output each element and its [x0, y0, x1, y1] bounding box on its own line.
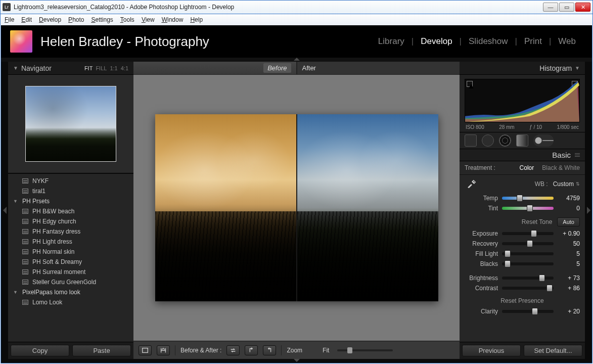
image-canvas[interactable]	[133, 75, 460, 341]
nav-zoom-1to1[interactable]: 1:1	[110, 65, 117, 71]
crop-tool-icon[interactable]	[465, 134, 477, 147]
loupe-view-button[interactable]	[139, 345, 152, 355]
menu-settings[interactable]: Settings	[91, 16, 113, 23]
preset-icon	[22, 239, 28, 244]
right-panel-toggle[interactable]	[585, 62, 592, 359]
menu-develop[interactable]: Develop	[39, 16, 61, 23]
redeye-tool-icon[interactable]	[499, 134, 511, 147]
preset-label: NYKF	[32, 177, 49, 185]
nav-zoom-fit[interactable]: FIT	[84, 65, 93, 71]
window-maximize-button[interactable]: ▭	[559, 3, 574, 12]
clarity-value[interactable]: + 20	[558, 308, 580, 315]
paste-button[interactable]: Paste	[72, 345, 131, 356]
histogram[interactable]: ▲ ▲	[465, 79, 580, 122]
preset-label: PH Fantasy dress	[32, 228, 80, 235]
exposure-value[interactable]: + 0.90	[558, 230, 580, 237]
recovery-slider[interactable]	[502, 242, 554, 245]
treatment-label: Treatment :	[465, 164, 495, 171]
reset-tone-label[interactable]: Reset Tone	[522, 218, 553, 225]
preset-item[interactable]: PH Surreal moment	[8, 267, 133, 277]
nav-zoom-fill[interactable]: FILL	[96, 65, 107, 71]
tint-slider[interactable]	[502, 207, 554, 210]
gradient-tool-icon[interactable]	[516, 134, 528, 147]
preset-item[interactable]: PH Normal skin	[8, 247, 133, 257]
contrast-slider[interactable]	[502, 287, 554, 290]
navigator-thumbnail	[25, 86, 116, 162]
menu-help[interactable]: Help	[190, 16, 203, 23]
menu-photo[interactable]: Photo	[68, 16, 84, 23]
menu-view[interactable]: View	[142, 16, 155, 23]
navigator-header[interactable]: ▼ Navigator FIT FILL 1:1 4:1	[8, 62, 133, 75]
top-panel-toggle-icon[interactable]	[294, 58, 300, 61]
histogram-header[interactable]: Histogram▼	[460, 62, 585, 75]
preset-item[interactable]: Steller Guru GreenGold	[8, 277, 133, 287]
menu-tools[interactable]: Tools	[120, 16, 134, 23]
copy-button[interactable]: Copy	[11, 345, 69, 356]
navigator-preview[interactable]	[8, 75, 133, 173]
preset-icon	[22, 249, 28, 254]
copy-after-button[interactable]	[263, 345, 276, 355]
clarity-label: Clarity	[465, 308, 498, 315]
temp-label: Temp	[465, 195, 498, 202]
left-panel-toggle[interactable]	[1, 62, 8, 359]
recovery-value[interactable]: 50	[558, 240, 580, 247]
module-web[interactable]: Web	[551, 36, 583, 47]
swap-ba-button[interactable]	[226, 345, 240, 355]
clarity-slider[interactable]	[502, 310, 554, 313]
reset-presence-label[interactable]: Reset Presence	[500, 297, 543, 304]
wb-dropdown[interactable]: Custom⇅	[553, 180, 580, 188]
disclose-icon: ▼	[13, 65, 18, 71]
eyedropper-icon[interactable]	[465, 177, 479, 191]
set-default-button[interactable]: Set Default...	[524, 345, 582, 356]
auto-tone-button[interactable]: Auto	[557, 217, 580, 226]
exposure-slider[interactable]	[502, 232, 554, 235]
preset-folder-label: PH Prsets	[22, 198, 50, 205]
tint-value[interactable]: 0	[558, 205, 580, 212]
temp-slider[interactable]	[502, 197, 554, 200]
module-slideshow[interactable]: Slideshow	[462, 36, 515, 47]
treatment-bw[interactable]: Black & White	[542, 164, 580, 171]
basic-panel-header[interactable]: Basic	[460, 149, 585, 161]
menu-file[interactable]: File	[5, 16, 14, 23]
histo-aperture: ƒ / 10	[529, 124, 542, 130]
preset-item[interactable]: NYKF	[8, 176, 133, 186]
preset-folder[interactable]: ▼PH Prsets	[8, 196, 133, 206]
preset-item[interactable]: tiral1	[8, 186, 133, 196]
menu-edit[interactable]: Edit	[21, 16, 32, 23]
module-develop[interactable]: Develop	[414, 36, 459, 47]
recovery-label: Recovery	[465, 240, 498, 247]
preset-item[interactable]: PH Light dress	[8, 237, 133, 247]
window-minimize-button[interactable]: —	[543, 3, 558, 12]
contrast-value[interactable]: + 86	[558, 285, 580, 292]
blacks-slider[interactable]	[502, 262, 554, 265]
preset-folder[interactable]: ▼PixelPapas lomo look	[8, 287, 133, 297]
preset-item[interactable]: Lomo Look	[8, 297, 133, 307]
filmstrip-toggle-icon[interactable]	[294, 359, 300, 362]
menu-window[interactable]: Window	[162, 16, 184, 23]
fill-slider[interactable]	[502, 252, 554, 255]
preset-item[interactable]: PH Soft & Dreamy	[8, 257, 133, 267]
presets-panel: NYKFtiral1▼PH PrsetsPH B&W beachPH Edgy …	[8, 173, 133, 342]
nav-zoom-4to1[interactable]: 4:1	[121, 65, 128, 71]
zoom-slider[interactable]	[337, 349, 393, 351]
brightness-slider[interactable]	[502, 277, 554, 280]
preset-label: PH Light dress	[32, 238, 72, 245]
previous-button[interactable]: Previous	[462, 345, 521, 356]
brightness-value[interactable]: + 73	[558, 275, 580, 282]
temp-value[interactable]: 4759	[558, 195, 580, 202]
photo-before	[155, 114, 296, 301]
preset-item[interactable]: PH Edgy church	[8, 216, 133, 226]
module-print[interactable]: Print	[517, 36, 549, 47]
brush-tool-icon[interactable]	[533, 134, 554, 147]
blacks-value[interactable]: 5	[558, 260, 580, 267]
module-library[interactable]: Library	[371, 36, 412, 47]
preset-item[interactable]: PH Fantasy dress	[8, 226, 133, 237]
preset-icon	[22, 189, 28, 194]
window-close-button[interactable]: ✕	[575, 3, 590, 12]
spot-tool-icon[interactable]	[482, 134, 494, 147]
preset-item[interactable]: PH B&W beach	[8, 206, 133, 216]
treatment-color[interactable]: Color	[520, 164, 534, 171]
copy-before-button[interactable]	[245, 345, 258, 355]
compare-view-button[interactable]	[157, 345, 170, 355]
fill-value[interactable]: 5	[558, 250, 580, 257]
